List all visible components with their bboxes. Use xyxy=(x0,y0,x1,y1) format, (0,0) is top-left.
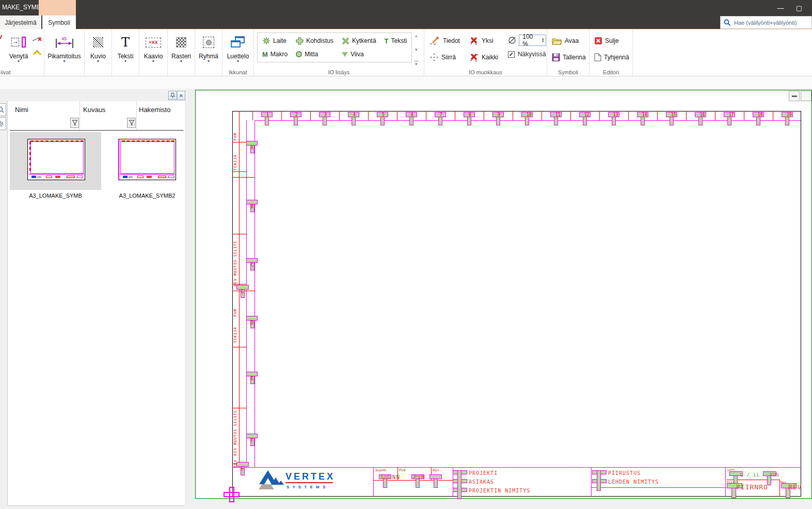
group-io-lisays: Laite Kohdistus Kytkentä T Teksti M Makr… xyxy=(254,29,424,76)
panel-settings-button[interactable] xyxy=(0,117,6,130)
ribbon-tabs: Järjestelmä Symboli Hae (välilyönti+väli… xyxy=(0,15,812,29)
drawing-canvas[interactable] xyxy=(186,89,812,509)
zoom-spinner[interactable]: 100 % ▲▼ xyxy=(519,35,546,46)
panel-close-button[interactable]: ✕ xyxy=(177,91,185,100)
edit-info-icon: io xyxy=(430,37,440,45)
tab-jarjestelma[interactable]: Järjestelmä xyxy=(0,15,41,29)
active-tab-highlight xyxy=(39,0,76,15)
chevron-down-icon: ▼ xyxy=(152,60,155,63)
symbol-browser-panel: ✕ Nimi Kuvaus Hakemisto xyxy=(0,89,186,509)
group-pikamitoitus: 45 Pikamitoitus ▼ xyxy=(44,29,85,76)
delete-all-icon: io xyxy=(470,54,479,61)
trim-line-icon[interactable] xyxy=(32,36,42,42)
search-field[interactable]: Hae (välilyönti+välilyönti) xyxy=(720,16,812,29)
kaavio-button[interactable]: +XX Kaavio ▼ xyxy=(140,30,166,63)
search-icon xyxy=(0,106,4,113)
chevron-down-icon: ▼ xyxy=(236,60,240,63)
pikamitoitus-button[interactable]: 45 Pikamitoitus ▼ xyxy=(45,30,83,63)
group-viivat: → Venytä ▼ iivat xyxy=(0,29,44,76)
symbol-name-2[interactable]: A3_LOMAKE_SYMB2 xyxy=(104,193,190,199)
sulje-button[interactable]: Sulje xyxy=(593,35,631,47)
svg-text:io: io xyxy=(475,42,477,45)
canvas-minimize-button[interactable] xyxy=(789,91,800,101)
scroll-down-icon[interactable]: ▼ xyxy=(414,47,418,52)
symbol-table: Nimi Kuvaus Hakemisto xyxy=(7,101,185,506)
mitta-button[interactable]: Mitta xyxy=(294,48,335,60)
ribbon-empty-space xyxy=(633,29,812,76)
tallenna-button[interactable]: Tallenna xyxy=(550,51,587,63)
funnel-icon xyxy=(72,120,78,126)
close-red-icon xyxy=(594,37,602,45)
macro-icon: M xyxy=(262,51,268,58)
chevron-icon[interactable] xyxy=(32,50,42,55)
tab-symboli[interactable]: Symboli xyxy=(42,15,76,29)
laite-button[interactable]: Laite xyxy=(261,35,289,47)
search-icon xyxy=(724,19,731,26)
group-editori: Sulje Tyhjennä Editori xyxy=(590,29,633,76)
kaikki-button[interactable]: io Kaikki xyxy=(469,51,500,63)
canvas-restore-button[interactable] xyxy=(801,91,811,101)
connection-x-icon xyxy=(342,37,349,45)
drawing-paper[interactable] xyxy=(195,90,812,499)
teksti-io-button[interactable]: T Teksti xyxy=(383,35,409,47)
yksi-button[interactable]: io Yksi xyxy=(469,35,500,47)
raster-icon xyxy=(176,32,186,53)
device-icon xyxy=(262,37,270,45)
kytkenta-button[interactable]: Kytkentä xyxy=(340,35,378,47)
filter-kuvaus-button[interactable] xyxy=(127,118,136,128)
ryhma-button[interactable]: Ryhmä ▼ xyxy=(196,30,221,63)
scroll-up-icon[interactable]: ▲ xyxy=(414,34,418,38)
text-icon: T xyxy=(121,32,130,53)
kuvio-button[interactable]: Kuvio ▼ xyxy=(86,30,110,63)
quick-dimension-icon: 45 xyxy=(55,32,74,53)
application-window: MAKE_SYMB... — ▢ Järjestelmä Symboli Hae… xyxy=(0,0,812,509)
symbol-name-1[interactable]: A3_LOMAKE_SYMB xyxy=(10,193,101,199)
spin-down-icon[interactable]: ▼ xyxy=(542,40,545,43)
ribbon-gap xyxy=(0,76,812,89)
column-hakemisto[interactable]: Hakemisto xyxy=(139,106,170,114)
symbol-thumbnail-2[interactable] xyxy=(118,139,176,180)
teksti-button[interactable]: T Teksti ▼ xyxy=(113,30,138,63)
text-io-icon: T xyxy=(385,37,389,45)
column-nimi[interactable]: Nimi xyxy=(15,106,28,114)
filter-nimi-button[interactable] xyxy=(70,118,79,128)
clipped-icon xyxy=(0,34,2,39)
null-diameter-icon xyxy=(508,36,516,44)
group-io-muokkaus: io Tiedot Siirrä io Yksi io Kaikki xyxy=(424,29,547,76)
group-teksti: T Teksti ▼ xyxy=(112,29,139,76)
collapse-icon[interactable]: ▼ xyxy=(414,61,418,67)
group-luettelo: Luettelo ▼ Ikkunat xyxy=(222,29,254,76)
kohdistus-button[interactable]: Kohdistus xyxy=(294,35,335,47)
group-rasteri: Rasteri ▼ xyxy=(168,29,195,76)
siirra-button[interactable]: Siirrä xyxy=(428,51,461,63)
minimize-button[interactable]: — xyxy=(772,0,789,15)
viiva-button[interactable]: Viiva xyxy=(340,48,378,60)
open-folder-icon xyxy=(552,37,562,45)
windows-icon xyxy=(231,32,245,53)
titlebar: MAKE_SYMB... — ▢ xyxy=(0,0,812,15)
svg-text:io: io xyxy=(475,59,477,61)
tiedot-button[interactable]: io Tiedot xyxy=(428,35,461,47)
luettelo-button[interactable]: Luettelo ▼ xyxy=(224,30,252,63)
delete-one-icon: io xyxy=(470,37,479,45)
panel-search-button[interactable] xyxy=(0,103,6,116)
rasteri-button[interactable]: Rasteri ▼ xyxy=(169,30,194,63)
svg-text:io: io xyxy=(434,42,436,45)
makro-button[interactable]: M Makro xyxy=(261,48,289,60)
nakyvissa-checkbox[interactable]: ✓ xyxy=(508,51,515,58)
maximize-button[interactable]: ▢ xyxy=(790,0,808,15)
pin-button[interactable] xyxy=(168,91,177,100)
symbol-thumbnail-1[interactable] xyxy=(27,139,85,180)
chevron-down-icon: ▼ xyxy=(17,60,21,63)
chevron-down-icon: ▼ xyxy=(97,60,100,63)
venyta-button[interactable]: → Venytä ▼ xyxy=(5,30,32,63)
tyhjenna-button[interactable]: Tyhjennä xyxy=(593,51,631,63)
move-icon xyxy=(430,53,439,61)
ribbon: → Venytä ▼ iivat 45 Pikamitoitus ▼ xyxy=(0,29,812,76)
column-kuvaus[interactable]: Kuvaus xyxy=(83,106,105,114)
avaa-button[interactable]: Avaa xyxy=(550,35,587,47)
close-icon: ✕ xyxy=(179,93,183,99)
chevron-down-icon: ▼ xyxy=(124,60,128,63)
group-kaavio: +XX Kaavio ▼ xyxy=(139,29,168,76)
group-symboli: Avaa Tallenna Symboli xyxy=(547,29,590,76)
